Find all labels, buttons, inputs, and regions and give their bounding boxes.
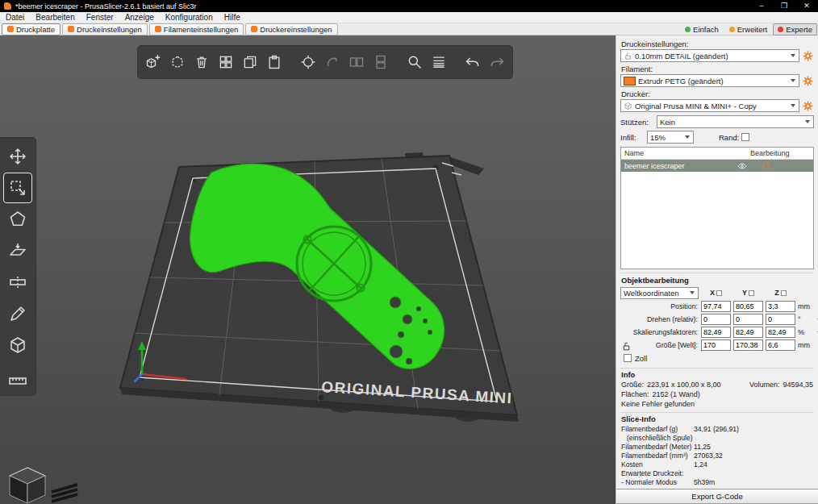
- undo-button[interactable]: [461, 50, 484, 74]
- print-settings-select[interactable]: 0.10mm DETAIL (geändert): [620, 49, 799, 62]
- cut-tool-button[interactable]: [4, 268, 31, 297]
- variable-layer-height-button[interactable]: [428, 50, 450, 74]
- viewport-gizmo-cube[interactable]: [10, 468, 45, 503]
- split-to-parts-button[interactable]: [369, 50, 392, 74]
- print-settings-gear-icon[interactable]: [802, 50, 814, 62]
- sidebar-panel: Druckeinstellungen: 0.10mm DETAIL (geänd…: [616, 35, 818, 504]
- filament-mm3-value: 27063,32: [692, 452, 813, 460]
- menu-hilfe[interactable]: Hilfe: [219, 12, 246, 23]
- model-status: Keine Fehler gefunden: [621, 400, 695, 408]
- scale-unit: %: [798, 328, 814, 336]
- menu-datei[interactable]: Datei: [0, 12, 30, 23]
- visibility-eye-icon[interactable]: [737, 161, 747, 171]
- object-list: Name Bearbeitung beemer icescraper: [620, 147, 814, 269]
- remove-object-button[interactable]: [166, 50, 189, 74]
- tab-druckplatte[interactable]: Druckplatte: [2, 23, 61, 35]
- info-section: Info Größe: 223,91 x 100,00 x 8,00 Volum…: [620, 368, 814, 410]
- supports-select[interactable]: Kein: [657, 115, 814, 128]
- advanced-mode-dot-icon: [729, 27, 735, 32]
- scale-x-input[interactable]: [701, 327, 731, 338]
- uniform-scale-lock-icon[interactable]: [621, 341, 632, 352]
- menu-konfiguration[interactable]: Konfiguration: [160, 12, 219, 23]
- printer-icon: [624, 102, 632, 110]
- delete-all-button[interactable]: [190, 50, 213, 74]
- menu-fenster[interactable]: Fenster: [81, 12, 119, 23]
- size-info-label: Größe:: [621, 381, 644, 389]
- mode-einfach[interactable]: Einfach: [680, 23, 724, 35]
- paint-supports-tool-button[interactable]: [4, 299, 31, 328]
- scale-label: Skalierungsfaktoren:: [620, 328, 699, 336]
- rotate-y-input[interactable]: [733, 314, 763, 325]
- normal-mode-value: 5h39m: [692, 478, 813, 487]
- place-on-face-tool-button[interactable]: [4, 236, 31, 265]
- inches-checkbox[interactable]: [624, 354, 632, 362]
- object-list-empty: [621, 172, 813, 269]
- chevron-down-icon: [791, 79, 795, 82]
- preset-lock-icon: [624, 52, 632, 60]
- axis-z-icon: [781, 290, 787, 296]
- print-time-label: Erwartete Druckzeit:: [621, 469, 692, 478]
- slice-info-title: Slice-Info: [621, 414, 813, 423]
- position-x-input[interactable]: [701, 301, 731, 312]
- size-y-input[interactable]: [733, 339, 763, 351]
- scale-z-input[interactable]: [766, 327, 795, 338]
- menu-anzeige[interactable]: Anzeige: [119, 12, 160, 23]
- redo-button[interactable]: [486, 50, 508, 74]
- object-list-col-name: Name: [621, 149, 750, 157]
- filament-settings-gear-icon[interactable]: [802, 75, 814, 87]
- scale-tool-button[interactable]: [4, 173, 31, 202]
- paste-button[interactable]: [263, 50, 286, 74]
- measure-tool-button[interactable]: [4, 362, 31, 391]
- object-name: beemer icescraper: [624, 162, 735, 170]
- settings-tabbar: Druckplatte Druckeinstellungen Filamente…: [0, 23, 818, 35]
- 3d-viewport[interactable]: ORIGINAL PRUSA MINI: [0, 35, 616, 504]
- size-z-input[interactable]: [766, 339, 795, 351]
- infill-select[interactable]: 15%: [647, 131, 694, 144]
- layers-preview-icon[interactable]: [52, 485, 77, 502]
- brim-label: Rand:: [719, 133, 739, 142]
- left-toolbar: [0, 137, 36, 396]
- arrange-button[interactable]: [215, 50, 237, 74]
- scale-y-input[interactable]: [733, 327, 763, 338]
- export-gcode-button[interactable]: Export G-Code: [616, 489, 818, 504]
- object-list-row[interactable]: beemer icescraper: [621, 160, 813, 172]
- maximize-button[interactable]: ❒: [773, 0, 795, 12]
- edit-settings-doc-icon[interactable]: [762, 161, 770, 170]
- seam-tool-button[interactable]: [4, 331, 31, 360]
- printer-settings-gear-icon[interactable]: [802, 100, 814, 112]
- split-to-objects-button[interactable]: [345, 50, 368, 74]
- coordinate-system-select[interactable]: Weltkoordinaten: [620, 287, 699, 299]
- rotate-z-input[interactable]: [766, 314, 795, 325]
- close-button[interactable]: ✕: [795, 0, 818, 12]
- tab-druckeinstellungen[interactable]: Druckeinstellungen: [62, 23, 148, 35]
- mode-erweitert[interactable]: Erweitert: [724, 23, 772, 35]
- position-z-input[interactable]: [766, 301, 795, 312]
- add-object-button[interactable]: [142, 50, 165, 74]
- axis-header-z: Z: [766, 289, 795, 297]
- minimize-button[interactable]: –: [750, 0, 773, 12]
- copy-button[interactable]: [239, 50, 261, 74]
- position-y-input[interactable]: [733, 301, 763, 312]
- move-tool-button[interactable]: [4, 142, 31, 171]
- print-settings-icon: [68, 26, 74, 32]
- filament-select[interactable]: Extrudr PETG (geändert): [620, 74, 799, 87]
- filament-m-value: 11,25: [692, 443, 813, 452]
- search-button[interactable]: [403, 50, 426, 74]
- mode-experte[interactable]: Experte: [773, 23, 817, 35]
- tab-druckereinstellungen[interactable]: Druckereinstellungen: [245, 23, 337, 35]
- faces-value: 2152 (1 Wand): [653, 390, 700, 398]
- top-toolbar: [137, 45, 513, 79]
- axis-x-icon: [716, 290, 722, 296]
- menu-bearbeiten[interactable]: Bearbeiten: [30, 12, 80, 23]
- filament-settings-icon: [155, 26, 161, 32]
- chevron-down-icon: [690, 291, 695, 294]
- rotate-tool-button[interactable]: [4, 205, 31, 234]
- printer-select[interactable]: Original Prusa MINI & MINI+ - Copy: [620, 99, 799, 112]
- brim-checkbox[interactable]: [741, 133, 749, 141]
- info-title: Info: [621, 370, 813, 379]
- rotate-x-input[interactable]: [701, 314, 731, 325]
- tab-filamenteinstellungen[interactable]: Filamenteinstellungen: [149, 23, 244, 35]
- size-x-input[interactable]: [701, 339, 731, 351]
- reload-from-disk-button[interactable]: [321, 50, 344, 74]
- instances-button[interactable]: [297, 50, 319, 74]
